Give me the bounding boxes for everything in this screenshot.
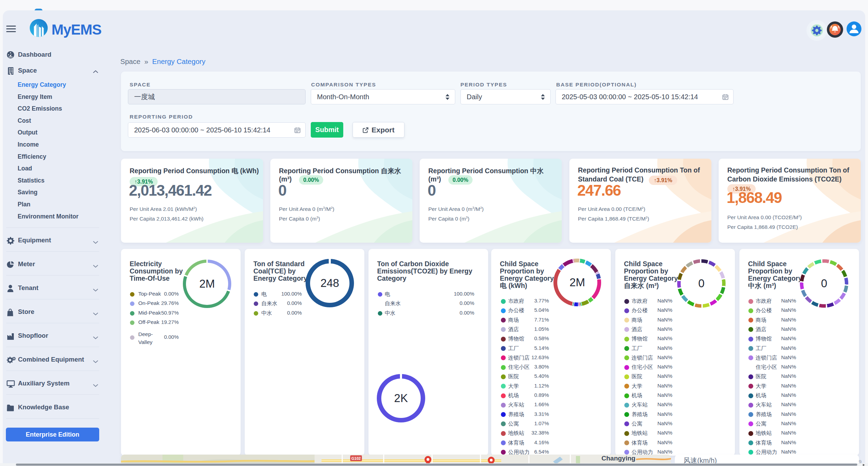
- svg-text:G102: G102: [352, 456, 361, 460]
- svg-text:Changying: Changying: [601, 455, 635, 462]
